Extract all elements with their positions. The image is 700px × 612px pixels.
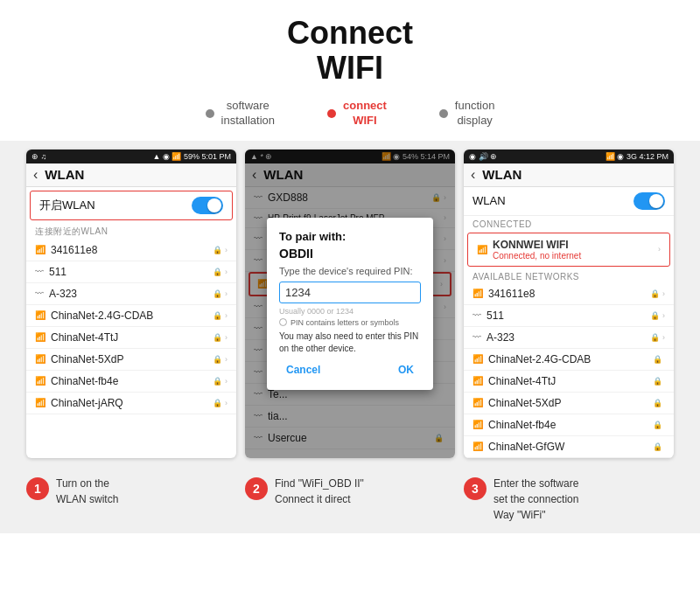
lock-icon: 🔒 [213, 399, 222, 407]
instruction-number-2: 2 [245, 477, 268, 500]
list-item[interactable]: 📶 ChinaNet-4TtJ 🔒 › [26, 327, 236, 349]
list-item[interactable]: 〰 511 🔒 › [26, 261, 236, 283]
lock-icon: 🔒 [653, 355, 662, 364]
lock-icon: 🔒 [213, 268, 222, 276]
chevron-icon: › [225, 333, 228, 342]
step-software[interactable]: softwareinstallation [206, 99, 275, 129]
wifi-icon: 📶 [35, 332, 46, 342]
instruction-1: 1 Turn on theWLAN switch [26, 476, 236, 523]
pin-radio-row: PIN contains letters or symbols [279, 318, 421, 327]
ok-button[interactable]: OK [391, 362, 421, 378]
wifi-icon: 📶 [472, 420, 483, 429]
list-item[interactable]: 📶 ChinaNet-jARQ 🔒 › [26, 393, 236, 414]
wifi-icon: 〰 [472, 332, 481, 342]
phone3-wlan-row: WLAN [464, 187, 674, 216]
wifi-icon: 📶 [472, 442, 483, 451]
phone3-nav: ‹ WLAN [464, 163, 674, 187]
chevron-icon: › [662, 333, 665, 342]
lock-icon: 🔒 [213, 289, 222, 298]
connected-status: Connected, no internet [493, 251, 658, 261]
chevron-icon: › [225, 377, 228, 386]
step-wifi[interactable]: connectWIFI [327, 99, 387, 129]
chevron-icon: › [225, 246, 228, 254]
instruction-3: 3 Enter the softwareset the connectionWa… [464, 476, 674, 523]
step-label-software: softwareinstallation [221, 99, 275, 129]
page-wrapper: Connect WIFI softwareinstallation connec… [0, 0, 700, 533]
lock-icon: 🔒 [213, 333, 222, 342]
phone3-wlan-toggle[interactable] [634, 192, 665, 210]
phone1-status-bar: ⊕ ♫ ▲ ◉ 📶 59% 5:01 PM [26, 150, 236, 163]
wlan-toggle[interactable] [192, 197, 223, 214]
phone1: ⊕ ♫ ▲ ◉ 📶 59% 5:01 PM ‹ WLAN 开启WLAN 连接附近… [26, 150, 236, 458]
lock-icon: 🔒 [213, 377, 222, 386]
step-dot-wifi [327, 109, 336, 118]
lock-icon: 🔒 [650, 311, 660, 320]
lock-icon: 🔒 [653, 421, 662, 429]
phone3-wlan-label: WLAN [472, 194, 506, 207]
phone3-status-bar: ◉ 🔊 ⊕ 📶 ◉ 3G 4:12 PM [464, 150, 674, 163]
lock-icon: 🔒 [653, 377, 662, 386]
wlan-toggle-label: 开启WLAN [39, 198, 95, 213]
list-item[interactable]: 📶 ChinaNet-fb4e 🔒 › [26, 371, 236, 393]
pin-radio[interactable] [279, 318, 287, 326]
available-section-title: AVAILABLE NETWORKS [464, 268, 674, 283]
list-item[interactable]: 📶 ChinaNet-GfGW 🔒 [464, 436, 674, 458]
pin-note: You may also need to enter this PIN on t… [279, 330, 421, 355]
pin-radio-label: PIN contains letters or symbols [290, 318, 399, 327]
list-item[interactable]: 〰 511 🔒 › [464, 305, 674, 327]
lock-icon: 🔒 [650, 289, 660, 298]
wifi-icon: 📶 [35, 310, 46, 320]
pin-dialog-title: To pair with: [279, 230, 421, 243]
pin-dialog-overlay: To pair with: OBDII Type the device's re… [245, 150, 455, 458]
list-item[interactable]: 📶 ChinaNet-5XdP 🔒 [464, 393, 674, 414]
wifi-icon: 📶 [472, 354, 483, 364]
lock-icon: 🔒 [653, 399, 662, 407]
phone3-nav-title: WLAN [482, 167, 522, 182]
back-icon[interactable]: ‹ [33, 167, 38, 183]
chevron-icon: › [225, 311, 228, 320]
pin-dialog-device: OBDII [279, 247, 421, 261]
phones-area: ⊕ ♫ ▲ ◉ 📶 59% 5:01 PM ‹ WLAN 开启WLAN 连接附近… [0, 141, 700, 467]
step-label-function: functiondisplay [455, 99, 495, 129]
instruction-number-1: 1 [26, 477, 49, 500]
phone1-body: 开启WLAN 连接附近的WLAN 📶 341611e8 🔒 › 〰 511 🔒 … [26, 191, 236, 414]
list-item[interactable]: 📶 341611e8 🔒 › [464, 283, 674, 305]
phone3: ◉ 🔊 ⊕ 📶 ◉ 3G 4:12 PM ‹ WLAN WLAN CONNECT… [464, 150, 674, 458]
list-item[interactable]: 📶 ChinaNet-2.4G-CDAB 🔒 › [26, 305, 236, 327]
list-item[interactable]: 📶 ChinaNet-2.4G-CDAB 🔒 [464, 349, 674, 371]
cancel-button[interactable]: Cancel [279, 362, 327, 378]
phone1-nav-title: WLAN [45, 167, 84, 182]
list-item[interactable]: 📶 ChinaNet-fb4e 🔒 [464, 414, 674, 436]
phone2: ▲ * ⊕ 📶 ◉ 54% 5:14 PM ‹ WLAN 〰 GXD888 🔒 … [245, 150, 455, 458]
chevron-icon: › [662, 311, 665, 320]
header: Connect WIFI [0, 0, 700, 92]
lock-icon: 🔒 [653, 442, 662, 451]
wifi-icon: 📶 [35, 354, 46, 364]
phone1-nav: ‹ WLAN [26, 163, 236, 187]
nearby-section-title: 连接附近的WLAN [26, 222, 236, 240]
back-icon[interactable]: ‹ [471, 167, 475, 183]
step-dot-software [206, 109, 214, 118]
pin-prompt: Type the device's required PIN: [279, 266, 421, 276]
pin-dialog: To pair with: OBDII Type the device's re… [267, 218, 433, 390]
list-item[interactable]: 〰 A-323 🔒 › [26, 283, 236, 305]
chevron-icon: › [225, 289, 228, 298]
chevron-icon: › [658, 245, 661, 254]
lock-icon: 🔒 [213, 246, 222, 254]
lock-icon: 🔒 [213, 311, 222, 320]
phone3-body: WLAN CONNECTED 📶 KONNWEI WIFI Connected,… [464, 187, 674, 458]
step-function[interactable]: functiondisplay [439, 99, 495, 129]
page-title: Connect WIFI [0, 16, 700, 85]
connected-network-item[interactable]: 📶 KONNWEI WIFI Connected, no internet › [467, 233, 670, 267]
list-item[interactable]: 📶 ChinaNet-5XdP 🔒 › [26, 349, 236, 371]
instruction-2: 2 Find "WiFi_OBD II"Connect it direct [245, 476, 455, 523]
list-item[interactable]: 📶 341611e8 🔒 › [26, 240, 236, 261]
instruction-number-3: 3 [464, 477, 486, 500]
instruction-text-1: Turn on theWLAN switch [56, 476, 118, 507]
wifi-icon: 〰 [35, 267, 44, 276]
pin-buttons: Cancel OK [279, 362, 421, 378]
pin-input[interactable] [279, 282, 421, 303]
list-item[interactable]: 〰 A-323 🔒 › [464, 327, 674, 349]
instruction-text-3: Enter the softwareset the connectionWay … [494, 476, 578, 523]
list-item[interactable]: 📶 ChinaNet-4TtJ 🔒 [464, 371, 674, 393]
